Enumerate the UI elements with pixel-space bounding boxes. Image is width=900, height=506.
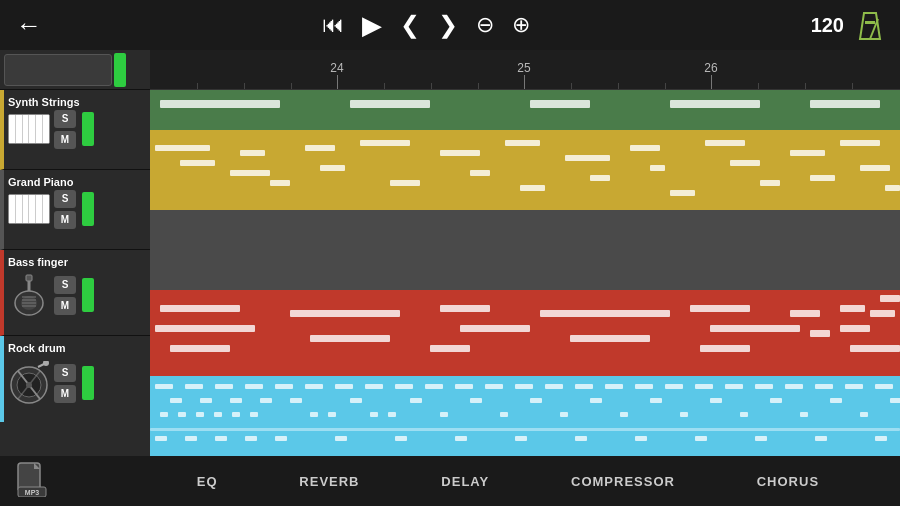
ruler-tick-sm — [197, 83, 198, 89]
note-block — [670, 100, 760, 108]
effect-chorus[interactable]: CHORUS — [749, 470, 827, 493]
ruler-tick-24 — [337, 75, 338, 89]
drum-note — [170, 398, 182, 403]
piano-white-key — [29, 115, 36, 143]
zoom-out-button[interactable]: ⊖ — [476, 12, 494, 38]
effect-compressor[interactable]: COMPRESSOR — [563, 470, 683, 493]
skip-back-button[interactable]: ⏮ — [322, 12, 344, 38]
drum-note — [245, 436, 257, 441]
note-block — [840, 305, 865, 312]
drum-note — [245, 384, 263, 389]
drum-note-base — [150, 428, 900, 431]
drum-note — [755, 436, 767, 441]
prev-button[interactable]: ❮ — [400, 11, 420, 39]
piano-white-key — [23, 195, 30, 223]
track-controls-drum: S M — [4, 358, 150, 412]
drum-note — [275, 436, 287, 441]
back-button[interactable]: ← — [16, 10, 42, 41]
volume-bar-synth — [82, 112, 94, 146]
note-block — [880, 295, 900, 302]
note-block — [700, 345, 750, 352]
solo-button-bass[interactable]: S — [54, 276, 76, 294]
ruler-tick-sm — [758, 83, 759, 89]
note-block — [840, 140, 880, 146]
note-block — [570, 335, 650, 342]
note-block — [230, 170, 270, 176]
mute-button-bass[interactable]: M — [54, 297, 76, 315]
ruler[interactable]: .tick-sm { position:absolute; bottom:0; … — [150, 50, 900, 90]
drum-note — [620, 412, 628, 417]
track-controls-synth: S M — [4, 112, 150, 150]
note-block — [350, 100, 430, 108]
note-block — [810, 175, 835, 181]
drum-note — [310, 412, 318, 417]
track-name-input-unnamed[interactable] — [4, 54, 112, 86]
note-block — [290, 310, 400, 317]
drum-note — [830, 398, 842, 403]
ruler-tick-sm — [431, 83, 432, 89]
lane-grand-piano[interactable] — [150, 210, 900, 290]
drum-note — [215, 436, 227, 441]
ruler-tick-sm — [478, 83, 479, 89]
drum-note — [365, 384, 383, 389]
ruler-tick-sm — [665, 83, 666, 89]
note-block — [155, 145, 210, 151]
piano-white-key — [43, 115, 49, 143]
effects-bar: MP3 EQ REVERB DELAY COMPRESSOR CHORUS — [0, 456, 900, 506]
drum-note — [425, 384, 443, 389]
drum-note — [370, 412, 378, 417]
note-block — [270, 180, 290, 186]
export-mp3-button[interactable]: MP3 — [10, 457, 54, 501]
drum-note — [755, 384, 773, 389]
track-header-unnamed — [0, 50, 150, 90]
ruler-tick-sm — [852, 83, 853, 89]
play-button[interactable]: ▶ — [362, 10, 382, 41]
drum-note — [770, 398, 782, 403]
track-name-synth-strings: Synth Strings — [8, 96, 80, 108]
solo-button-piano[interactable]: S — [54, 190, 76, 208]
drum-note — [515, 436, 527, 441]
mute-button-synth[interactable]: M — [54, 131, 76, 149]
volume-bar-piano — [82, 192, 94, 226]
drum-note — [695, 384, 713, 389]
mute-button-drum[interactable]: M — [54, 385, 76, 403]
drum-note — [160, 412, 168, 417]
effect-reverb[interactable]: REVERB — [291, 470, 367, 493]
note-block — [870, 310, 895, 317]
drum-note — [470, 398, 482, 403]
drum-note — [485, 384, 503, 389]
lanes: .drum-note { position:absolute; height:5… — [150, 90, 900, 456]
track-row-bass: Bass finger S M — [0, 250, 150, 336]
next-button[interactable]: ❯ — [438, 11, 458, 39]
note-block — [540, 310, 670, 317]
ruler-tick-sm — [291, 83, 292, 89]
effect-delay[interactable]: DELAY — [433, 470, 497, 493]
drum-note — [875, 384, 893, 389]
solo-button-synth[interactable]: S — [54, 110, 76, 128]
zoom-in-button[interactable]: ⊕ — [512, 12, 530, 38]
note-block — [885, 185, 900, 191]
drum-note — [335, 436, 347, 441]
note-block — [670, 190, 695, 196]
track-row-synth-strings: Synth Strings S M — [0, 90, 150, 170]
lane-synth-strings[interactable] — [150, 130, 900, 210]
ruler-tick-sm — [805, 83, 806, 89]
effect-eq[interactable]: EQ — [189, 470, 226, 493]
note-block — [360, 140, 410, 146]
piano-white-key — [9, 115, 16, 143]
note-block — [520, 185, 545, 191]
piano-white-key — [36, 195, 43, 223]
note-block — [630, 145, 660, 151]
lane-bass[interactable] — [150, 290, 900, 376]
note-block — [155, 325, 255, 332]
drum-note — [328, 412, 336, 417]
solo-button-drum[interactable]: S — [54, 364, 76, 382]
mute-button-piano[interactable]: M — [54, 211, 76, 229]
piano-white-key — [23, 115, 30, 143]
note-block — [505, 140, 540, 146]
metronome-icon[interactable] — [856, 9, 884, 41]
lane-drum[interactable]: .drum-note { position:absolute; height:5… — [150, 376, 900, 456]
lane-unnamed[interactable] — [150, 90, 900, 130]
note-block — [840, 325, 870, 332]
note-block — [180, 160, 215, 166]
